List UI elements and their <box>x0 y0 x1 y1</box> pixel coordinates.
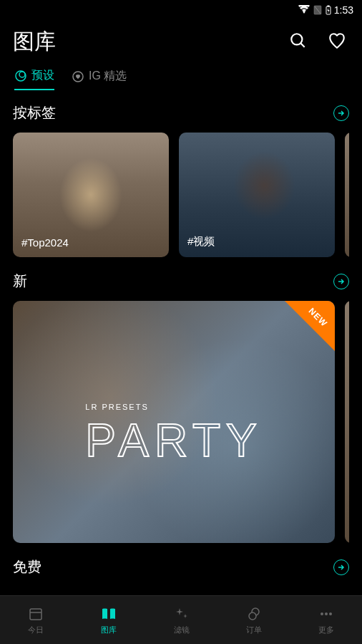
tag-card-video[interactable]: #视频 <box>179 133 335 257</box>
svg-rect-9 <box>30 609 41 620</box>
header: 图库 <box>0 20 362 68</box>
header-actions <box>286 29 349 55</box>
presets-icon <box>14 69 27 82</box>
library-icon <box>100 605 117 623</box>
see-more-button[interactable] <box>333 105 349 121</box>
calendar-icon <box>28 605 44 623</box>
svg-point-13 <box>321 612 323 615</box>
nav-label: 滤镜 <box>174 625 190 635</box>
card-label: #视频 <box>187 235 215 249</box>
new-card-row[interactable]: NEW LR PRESETS PARTY <box>13 301 349 543</box>
wifi-icon <box>298 5 310 15</box>
svg-point-7 <box>19 72 25 77</box>
card-overlay: LR PRESETS PARTY <box>85 403 262 467</box>
section-new: 新 NEW LR PRESETS PARTY <box>0 267 362 553</box>
battery-icon <box>325 5 332 15</box>
section-free: 免费 <box>0 553 362 588</box>
orders-icon <box>246 605 262 623</box>
nav-filters[interactable]: 滤镜 <box>174 605 190 635</box>
card-title: PARTY <box>85 414 262 467</box>
svg-point-4 <box>291 34 302 44</box>
nav-label: 订单 <box>246 625 262 635</box>
section-header: 按标签 <box>13 103 349 122</box>
nav-label: 今日 <box>28 625 44 635</box>
sparkle-icon <box>174 605 190 623</box>
tabs: 预设 IG 精选 <box>0 68 362 99</box>
svg-point-14 <box>325 612 328 615</box>
favorite-button[interactable] <box>325 29 349 55</box>
svg-point-15 <box>329 612 332 615</box>
status-icons: 1:53 <box>298 4 353 16</box>
nav-today[interactable]: 今日 <box>28 605 44 635</box>
arrow-right-icon <box>337 277 346 286</box>
tag-card-top2024[interactable]: #Top2024 <box>13 133 169 257</box>
section-title: 新 <box>13 271 27 291</box>
nav-library[interactable]: 图库 <box>100 605 117 635</box>
ig-icon <box>72 70 84 83</box>
content-area: 按标签 #Top2024 #视频 # 新 <box>0 99 362 588</box>
tab-label: 预设 <box>31 68 54 83</box>
more-icon <box>318 605 334 623</box>
svg-point-12 <box>249 612 256 620</box>
card-image <box>345 301 349 543</box>
svg-rect-3 <box>327 6 329 7</box>
card-subtitle: LR PRESETS <box>85 403 262 411</box>
bottom-nav: 今日 图库 滤镜 订单 更多 <box>0 595 362 644</box>
section-by-tag: 按标签 #Top2024 #视频 # <box>0 99 362 267</box>
nav-orders[interactable]: 订单 <box>246 605 262 635</box>
sim-icon <box>313 5 323 15</box>
page-title: 图库 <box>13 27 56 57</box>
section-title: 按标签 <box>13 103 56 122</box>
search-button[interactable] <box>286 29 310 55</box>
new-badge <box>285 301 335 351</box>
search-icon <box>289 32 308 50</box>
heart-icon <box>328 32 346 50</box>
nav-more[interactable]: 更多 <box>318 605 334 635</box>
status-bar: 1:53 <box>0 0 362 20</box>
section-title: 免费 <box>13 557 41 577</box>
status-time: 1:53 <box>334 4 353 16</box>
tab-ig-featured[interactable]: IG 精选 <box>72 68 127 90</box>
arrow-right-icon <box>337 109 346 117</box>
tag-card-row[interactable]: #Top2024 #视频 # <box>13 133 349 257</box>
tab-label: IG 精选 <box>89 69 127 84</box>
section-header: 新 <box>13 271 349 291</box>
arrow-right-icon <box>337 563 346 572</box>
card-image <box>345 133 349 257</box>
new-card-party[interactable]: NEW LR PRESETS PARTY <box>13 301 335 543</box>
new-card-partial[interactable] <box>345 301 349 543</box>
section-header: 免费 <box>13 557 349 577</box>
see-more-button[interactable] <box>333 274 349 289</box>
tab-presets[interactable]: 预设 <box>14 68 54 90</box>
see-more-button[interactable] <box>333 559 349 575</box>
nav-label: 图库 <box>101 625 117 635</box>
nav-label: 更多 <box>318 625 334 635</box>
tag-card-partial[interactable]: # <box>345 133 349 257</box>
svg-line-5 <box>300 43 304 47</box>
card-label: #Top2024 <box>21 236 69 249</box>
